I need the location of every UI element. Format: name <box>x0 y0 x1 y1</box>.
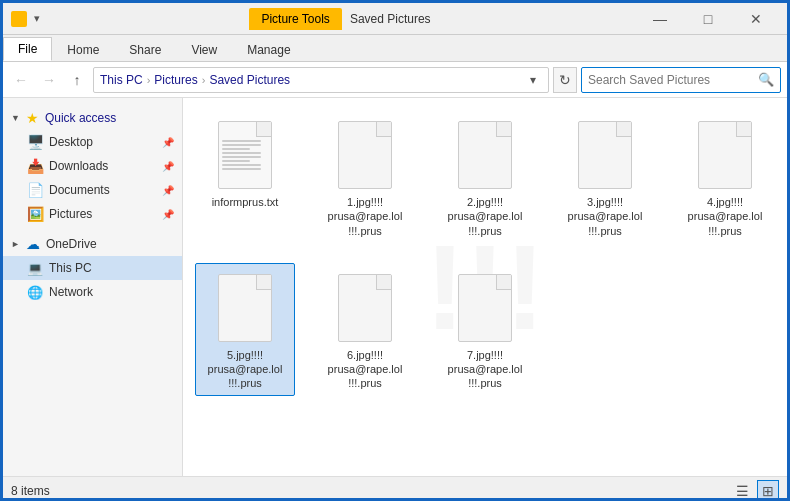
file-item[interactable]: 7.jpg!!!! prusa@rape.lol !!!.prus <box>435 263 535 396</box>
refresh-button[interactable]: ↻ <box>553 67 577 93</box>
document-icon <box>578 121 632 189</box>
file-item[interactable]: 1.jpg!!!! prusa@rape.lol !!!.prus <box>315 110 415 243</box>
file-item[interactable]: 5.jpg!!!! prusa@rape.lol !!!.prus <box>195 263 295 396</box>
file-item[interactable]: 2.jpg!!!! prusa@rape.lol !!!.prus <box>435 110 535 243</box>
picture-tools-label: Picture Tools <box>261 12 329 26</box>
sidebar-item-this-pc[interactable]: 💻 This PC <box>3 256 182 280</box>
file-area: !!! informprus.txt1.jpg!!!! prusa@rape.l… <box>183 98 787 476</box>
downloads-pin-icon: 📌 <box>162 161 174 172</box>
tab-manage[interactable]: Manage <box>232 37 305 61</box>
address-box[interactable]: This PC › Pictures › Saved Pictures ▾ <box>93 67 549 93</box>
file-name: 2.jpg!!!! prusa@rape.lol !!!.prus <box>448 195 523 238</box>
large-icons-view-button[interactable]: ⊞ <box>757 480 779 502</box>
file-item[interactable]: 4.jpg!!!! prusa@rape.lol !!!.prus <box>675 110 775 243</box>
file-icon <box>333 115 397 195</box>
desktop-pin-icon: 📌 <box>162 137 174 148</box>
details-view-button[interactable]: ☰ <box>731 480 753 502</box>
file-icon <box>333 268 397 348</box>
document-icon <box>458 121 512 189</box>
file-item[interactable]: informprus.txt <box>195 110 295 243</box>
file-icon <box>453 268 517 348</box>
file-icon <box>213 115 277 195</box>
network-icon: 🌐 <box>27 284 43 300</box>
search-input[interactable] <box>588 73 754 87</box>
maximize-button[interactable]: □ <box>685 3 731 35</box>
search-box[interactable]: 🔍 <box>581 67 781 93</box>
desktop-folder-icon: 🖥️ <box>27 134 43 150</box>
file-grid: informprus.txt1.jpg!!!! prusa@rape.lol !… <box>195 110 775 396</box>
window-title: Saved Pictures <box>350 12 431 26</box>
tab-file[interactable]: File <box>3 37 52 61</box>
main-content: ▼ ★ Quick access 🖥️ Desktop 📌 📥 Download… <box>3 98 787 476</box>
path-sep-2: › <box>202 74 206 86</box>
downloads-folder-icon: 📥 <box>27 158 43 174</box>
sidebar: ▼ ★ Quick access 🖥️ Desktop 📌 📥 Download… <box>3 98 183 476</box>
documents-pin-icon: 📌 <box>162 185 174 196</box>
file-name: 3.jpg!!!! prusa@rape.lol !!!.prus <box>568 195 643 238</box>
up-button[interactable]: ↑ <box>65 68 89 92</box>
search-icon[interactable]: 🔍 <box>758 72 774 87</box>
document-icon <box>338 274 392 342</box>
file-item[interactable]: 3.jpg!!!! prusa@rape.lol !!!.prus <box>555 110 655 243</box>
sidebar-item-desktop-label: Desktop <box>49 135 93 149</box>
path-saved-pictures[interactable]: Saved Pictures <box>209 73 290 87</box>
tab-share[interactable]: Share <box>114 37 176 61</box>
tab-view[interactable]: View <box>176 37 232 61</box>
file-name: 6.jpg!!!! prusa@rape.lol !!!.prus <box>328 348 403 391</box>
title-bar-left: ▾ <box>11 11 43 27</box>
folder-title-icon <box>11 11 27 27</box>
this-pc-icon: 💻 <box>27 260 43 276</box>
pictures-pin-icon: 📌 <box>162 209 174 220</box>
document-icon <box>218 274 272 342</box>
close-button[interactable]: ✕ <box>733 3 779 35</box>
document-icon <box>338 121 392 189</box>
minimize-button[interactable]: — <box>637 3 683 35</box>
title-center: Picture Tools Saved Pictures <box>43 8 637 30</box>
sidebar-item-network[interactable]: 🌐 Network <box>3 280 182 304</box>
path-pictures[interactable]: Pictures <box>154 73 197 87</box>
file-name: 5.jpg!!!! prusa@rape.lol !!!.prus <box>208 348 283 391</box>
onedrive-chevron: ► <box>11 239 20 249</box>
file-item[interactable]: 6.jpg!!!! prusa@rape.lol !!!.prus <box>315 263 415 396</box>
file-name: 1.jpg!!!! prusa@rape.lol !!!.prus <box>328 195 403 238</box>
view-toggle: ☰ ⊞ <box>731 480 779 502</box>
sidebar-item-documents[interactable]: 📄 Documents 📌 <box>3 178 182 202</box>
file-name: informprus.txt <box>212 195 279 209</box>
file-icon <box>573 115 637 195</box>
sidebar-item-desktop[interactable]: 🖥️ Desktop 📌 <box>3 130 182 154</box>
sidebar-item-downloads-label: Downloads <box>49 159 108 173</box>
window-controls: — □ ✕ <box>637 3 779 35</box>
address-bar-row: ← → ↑ This PC › Pictures › Saved Picture… <box>3 62 787 98</box>
item-count: 8 items <box>11 484 50 498</box>
sidebar-item-pictures[interactable]: 🖼️ Pictures 📌 <box>3 202 182 226</box>
ribbon-tabs: File Home Share View Manage <box>3 35 787 61</box>
pictures-folder-icon: 🖼️ <box>27 206 43 222</box>
path-thispc[interactable]: This PC <box>100 73 143 87</box>
file-name: 4.jpg!!!! prusa@rape.lol !!!.prus <box>688 195 763 238</box>
file-icon <box>693 115 757 195</box>
document-icon <box>458 274 512 342</box>
quick-access-label: Quick access <box>45 111 116 125</box>
title-bar: ▾ Picture Tools Saved Pictures — □ ✕ <box>3 3 787 35</box>
sidebar-quick-access-header[interactable]: ▼ ★ Quick access <box>3 106 182 130</box>
sidebar-item-pictures-label: Pictures <box>49 207 92 221</box>
sidebar-onedrive-header[interactable]: ► ☁ OneDrive <box>3 232 182 256</box>
picture-tools-tab: Picture Tools <box>249 8 341 30</box>
sidebar-item-network-label: Network <box>49 285 93 299</box>
address-path: This PC › Pictures › Saved Pictures <box>100 73 290 87</box>
tab-home[interactable]: Home <box>52 37 114 61</box>
path-sep-1: › <box>147 74 151 86</box>
file-icon <box>213 268 277 348</box>
sidebar-item-downloads[interactable]: 📥 Downloads 📌 <box>3 154 182 178</box>
address-dropdown-button[interactable]: ▾ <box>524 71 542 89</box>
sidebar-item-documents-label: Documents <box>49 183 110 197</box>
document-icon <box>218 121 272 189</box>
star-icon: ★ <box>26 110 39 126</box>
onedrive-icon: ☁ <box>26 236 40 252</box>
documents-folder-icon: 📄 <box>27 182 43 198</box>
file-icon <box>453 115 517 195</box>
onedrive-label: OneDrive <box>46 237 97 251</box>
back-button: ← <box>9 68 33 92</box>
ribbon: File Home Share View Manage <box>3 35 787 62</box>
quick-access-btn[interactable]: ▾ <box>31 12 43 25</box>
